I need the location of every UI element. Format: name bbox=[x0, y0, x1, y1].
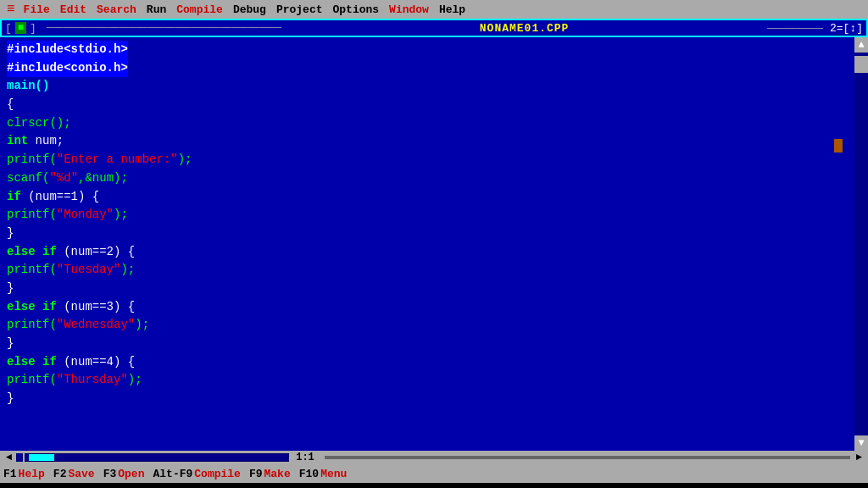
code-line-9: if (num==1) { bbox=[7, 188, 861, 207]
hscroll-thumb[interactable] bbox=[29, 454, 54, 461]
fkey-f9-label[interactable]: Make bbox=[264, 468, 291, 480]
text-cursor bbox=[834, 139, 843, 152]
title-dashes-right: ────────── bbox=[767, 24, 823, 34]
fkey-f3-label[interactable]: Open bbox=[118, 468, 144, 480]
menu-debug[interactable]: Debug bbox=[228, 3, 271, 16]
fkey-f1-label[interactable]: Help bbox=[19, 468, 45, 480]
code-line-12: else if (num==2) { bbox=[7, 243, 861, 262]
title-right-bracket: ] bbox=[30, 22, 36, 35]
fkey-f2: F2 bbox=[53, 468, 67, 480]
menu-options[interactable]: Options bbox=[328, 3, 385, 16]
title-left-bracket: [ bbox=[5, 22, 12, 35]
menu-window[interactable]: Window bbox=[384, 3, 434, 16]
code-editor[interactable]: #include<stdio.h> #include<conio.h> main… bbox=[0, 37, 868, 451]
editor-container: [ ■ ] ──────────────────────────────────… bbox=[0, 19, 868, 451]
fkey-f9: F9 bbox=[249, 468, 263, 480]
code-line-1: #include<stdio.h> bbox=[7, 41, 861, 59]
hscroll-track-right[interactable] bbox=[325, 456, 850, 459]
scroll-down-arrow[interactable]: ▼ bbox=[854, 435, 868, 451]
code-line-2: #include<conio.h> bbox=[7, 59, 861, 78]
file-title: NONAME01.CPP bbox=[281, 22, 767, 35]
scroll-track[interactable] bbox=[854, 53, 868, 435]
title-dashes-left: ────────────────────────────────────────… bbox=[47, 23, 281, 33]
hscroll-left-indicator bbox=[16, 453, 23, 462]
title-window-num[interactable]: 2=[↕] bbox=[830, 22, 863, 35]
fkey-altf9-label[interactable]: Compile bbox=[194, 468, 241, 480]
menu-file[interactable]: File bbox=[19, 3, 55, 16]
menu-run[interactable]: Run bbox=[142, 3, 171, 16]
code-line-8: scanf("%d",&num); bbox=[7, 169, 861, 188]
fkey-f10-label[interactable]: Menu bbox=[320, 468, 347, 480]
title-box-icon[interactable]: ■ bbox=[15, 22, 26, 34]
position-display: 1:1 bbox=[289, 452, 321, 463]
fkey-f2-label[interactable]: Save bbox=[68, 468, 94, 480]
code-line-4: { bbox=[7, 96, 861, 114]
code-line-16: printf("Wednesday"); bbox=[7, 316, 861, 335]
hscroll-right-arrow[interactable]: ► bbox=[854, 452, 865, 463]
code-line-14: } bbox=[7, 280, 861, 298]
hscroll-left-arrow[interactable]: ◄ bbox=[3, 452, 14, 463]
fkey-f1: F1 bbox=[3, 468, 17, 480]
code-line-6: int num; bbox=[7, 132, 861, 151]
code-line-5: clrscr(); bbox=[7, 114, 861, 133]
code-line-15: else if (num==3) { bbox=[7, 298, 861, 317]
code-line-18: else if (num==4) { bbox=[7, 353, 861, 372]
menu-edit[interactable]: Edit bbox=[55, 3, 92, 16]
title-bar: [ ■ ] ──────────────────────────────────… bbox=[0, 19, 868, 37]
fkey-f3: F3 bbox=[103, 468, 117, 480]
menu-project[interactable]: Project bbox=[271, 3, 328, 16]
code-line-11: } bbox=[7, 225, 861, 243]
code-line-20: } bbox=[7, 390, 861, 408]
menu-bar: ≡ File Edit Search Run Compile Debug Pro… bbox=[0, 0, 868, 19]
code-line-3: main() bbox=[7, 77, 861, 96]
menu-search[interactable]: Search bbox=[92, 3, 142, 16]
code-line-19: printf("Thursday"); bbox=[7, 371, 861, 390]
menu-divider-icon: ≡ bbox=[3, 2, 19, 17]
position-hscroll-bar: ◄ 1:1 ► bbox=[0, 451, 868, 464]
code-line-13: printf("Tuesday"); bbox=[7, 261, 861, 280]
vertical-scrollbar[interactable]: ▲ ▼ bbox=[854, 37, 868, 451]
fkey-f10: F10 bbox=[299, 468, 319, 480]
code-line-17: } bbox=[7, 335, 861, 353]
code-line-10: printf("Monday"); bbox=[7, 206, 861, 225]
scroll-up-arrow[interactable]: ▲ bbox=[854, 37, 868, 53]
menu-compile[interactable]: Compile bbox=[171, 3, 228, 16]
menu-help[interactable]: Help bbox=[434, 3, 470, 16]
code-line-7: printf("Enter a number:"); bbox=[7, 151, 861, 169]
function-key-bar: F1 Help F2 Save F3 Open Alt-F9 Compile F… bbox=[0, 464, 868, 483]
hscroll-track[interactable] bbox=[25, 453, 289, 462]
fkey-altf9: Alt-F9 bbox=[153, 468, 192, 480]
scroll-thumb[interactable] bbox=[854, 56, 868, 73]
